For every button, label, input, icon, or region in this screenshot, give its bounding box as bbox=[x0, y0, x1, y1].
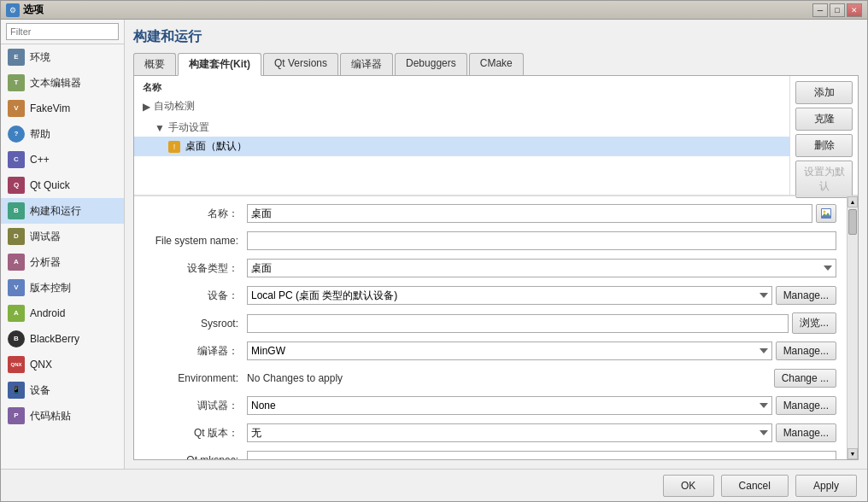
name-icon-button[interactable] bbox=[816, 204, 836, 223]
sidebar-item-cpp[interactable]: C C++ bbox=[1, 147, 124, 172]
main-window: ⚙ 选项 ─ □ ✕ E 环境 T 文本编辑器 bbox=[0, 0, 868, 502]
clone-kit-button[interactable]: 克隆 bbox=[795, 108, 853, 131]
apply-button[interactable]: Apply bbox=[795, 475, 857, 497]
sidebar-item-build[interactable]: B 构建和运行 bbox=[1, 198, 124, 224]
sidebar-item-version[interactable]: V 版本控制 bbox=[1, 275, 124, 301]
kit-column-header: 名称 bbox=[134, 79, 789, 96]
qt-mkspec-label: Qt mkspec: bbox=[144, 454, 247, 459]
kit-group-manual: ▼ 手动设置 ! 桌面（默认） bbox=[134, 117, 789, 158]
qt-version-manage-button[interactable]: Manage... bbox=[776, 423, 836, 442]
set-default-button[interactable]: 设置为默认 bbox=[795, 161, 853, 198]
qt-version-select[interactable]: 无 bbox=[247, 423, 772, 442]
device-type-select[interactable]: 桌面 bbox=[247, 259, 836, 277]
close-button[interactable]: ✕ bbox=[847, 3, 862, 17]
sidebar-item-debug[interactable]: D 调试器 bbox=[1, 224, 124, 249]
scroll-up-arrow[interactable]: ▲ bbox=[847, 196, 858, 207]
sysroot-label: Sysroot: bbox=[144, 318, 247, 330]
sidebar-item-android[interactable]: A Android bbox=[1, 301, 124, 326]
kit-panel: 名称 ▶ 自动检测 ▼ 手动设置 bbox=[133, 76, 859, 460]
sidebar-label-env: 环境 bbox=[30, 50, 50, 65]
device-label: 设备： bbox=[144, 289, 247, 303]
detail-scroll-container: 名称： bbox=[134, 196, 858, 459]
title-bar: ⚙ 选项 ─ □ ✕ bbox=[1, 1, 867, 20]
detail-scrollbar: ▲ ▼ bbox=[847, 196, 858, 459]
tab-debuggers[interactable]: Debuggers bbox=[395, 53, 467, 75]
scrollbar-handle[interactable] bbox=[848, 209, 857, 235]
sidebar-scroll: E 环境 T 文本编辑器 V FakeVim ? 帮助 C C++ bbox=[1, 44, 124, 469]
sidebar-item-qtquick[interactable]: Q Qt Quick bbox=[1, 172, 124, 198]
footer: OK Cancel Apply bbox=[1, 469, 867, 501]
sidebar-label-codepaste: 代码粘贴 bbox=[30, 409, 71, 423]
scroll-down-arrow[interactable]: ▼ bbox=[847, 448, 858, 459]
filter-input[interactable] bbox=[6, 23, 119, 40]
debugger-select[interactable]: None bbox=[247, 396, 772, 415]
minimize-button[interactable]: ─ bbox=[812, 3, 828, 17]
sidebar-label-device: 设备 bbox=[30, 383, 50, 398]
name-label: 名称： bbox=[144, 207, 247, 221]
sidebar-item-analyze[interactable]: A 分析器 bbox=[1, 249, 124, 275]
sidebar-item-codepaste[interactable]: P 代码粘贴 bbox=[1, 403, 124, 429]
sysroot-browse-button[interactable]: 浏览... bbox=[792, 312, 836, 334]
tab-kit[interactable]: 构建套件(Kit) bbox=[178, 53, 261, 76]
kit-autodetect-label: ▶ 自动检测 bbox=[134, 97, 789, 115]
build-icon: B bbox=[8, 202, 25, 219]
sidebar-label-android: Android bbox=[30, 307, 65, 319]
debugger-label: 调试器： bbox=[144, 399, 247, 413]
filesys-input[interactable] bbox=[247, 231, 836, 250]
device-type-row: 设备类型： 桌面 bbox=[144, 258, 836, 278]
cancel-button[interactable]: Cancel bbox=[721, 475, 789, 497]
sidebar-label-help: 帮助 bbox=[30, 127, 50, 142]
filesys-row: File system name: bbox=[144, 231, 836, 251]
expand-arrow-manual: ▼ bbox=[155, 122, 165, 134]
expand-arrow-auto: ▶ bbox=[143, 101, 150, 113]
sidebar-item-device[interactable]: 📱 设备 bbox=[1, 377, 124, 403]
version-icon: V bbox=[8, 279, 25, 296]
sidebar-label-vim: FakeVim bbox=[30, 102, 70, 114]
warning-icon: ! bbox=[168, 141, 180, 153]
sidebar-label-version: 版本控制 bbox=[30, 281, 71, 295]
sidebar-item-help[interactable]: ? 帮助 bbox=[1, 121, 124, 147]
sidebar-label-analyze: 分析器 bbox=[30, 255, 61, 270]
sidebar-label-text: 文本编辑器 bbox=[30, 76, 81, 90]
codepaste-icon: P bbox=[8, 407, 25, 424]
kit-list-section: 名称 ▶ 自动检测 ▼ 手动设置 bbox=[134, 76, 858, 196]
compiler-label: 编译器： bbox=[144, 344, 247, 359]
tab-cmake[interactable]: CMake bbox=[469, 53, 524, 75]
sidebar-item-blackberry[interactable]: B BlackBerry bbox=[1, 326, 124, 352]
window-controls: ─ □ ✕ bbox=[812, 3, 862, 17]
ok-button[interactable]: OK bbox=[663, 475, 714, 497]
compiler-row: 编译器： MinGW Manage... bbox=[144, 341, 836, 361]
kit-action-buttons: 添加 克隆 删除 设置为默认 bbox=[789, 76, 858, 195]
add-kit-button[interactable]: 添加 bbox=[795, 81, 853, 104]
kit-item-desktop[interactable]: ! 桌面（默认） bbox=[134, 137, 789, 156]
detail-inner: 名称： bbox=[134, 196, 847, 459]
sidebar-label-cpp: C++ bbox=[30, 154, 50, 166]
environment-value: No Changes to apply bbox=[247, 372, 771, 384]
blackberry-icon: B bbox=[8, 330, 25, 347]
sysroot-input[interactable] bbox=[247, 314, 789, 333]
name-row: 名称： bbox=[144, 203, 836, 224]
debug-icon: D bbox=[8, 228, 25, 245]
debugger-manage-button[interactable]: Manage... bbox=[776, 396, 836, 415]
sidebar-item-fakevim[interactable]: V FakeVim bbox=[1, 96, 124, 121]
environment-change-button[interactable]: Change ... bbox=[774, 369, 836, 388]
tab-summary[interactable]: 概要 bbox=[133, 53, 176, 75]
sidebar-item-env[interactable]: E 环境 bbox=[1, 44, 124, 70]
delete-kit-button[interactable]: 删除 bbox=[795, 134, 853, 157]
sidebar-item-text-editor[interactable]: T 文本编辑器 bbox=[1, 70, 124, 96]
qt-mkspec-input[interactable] bbox=[247, 451, 836, 459]
tab-compiler[interactable]: 编译器 bbox=[340, 53, 393, 75]
tab-bar: 概要 构建套件(Kit) Qt Versions 编译器 Debuggers C… bbox=[133, 53, 859, 76]
device-select[interactable]: Local PC (桌面 类型的默认设备) bbox=[247, 286, 772, 305]
device-manage-button[interactable]: Manage... bbox=[776, 286, 836, 305]
sidebar-label-blackberry: BlackBerry bbox=[30, 333, 79, 345]
name-input[interactable] bbox=[247, 204, 812, 223]
compiler-manage-button[interactable]: Manage... bbox=[776, 341, 836, 360]
scrollbar-body bbox=[847, 207, 858, 448]
maximize-button[interactable]: □ bbox=[830, 3, 845, 17]
device-row: 设备： Local PC (桌面 类型的默认设备) Manage... bbox=[144, 285, 836, 306]
compiler-select[interactable]: MinGW bbox=[247, 341, 772, 360]
sidebar-item-qnx[interactable]: QNX QNX bbox=[1, 352, 124, 377]
qt-version-label: Qt 版本： bbox=[144, 426, 247, 441]
tab-qt-versions[interactable]: Qt Versions bbox=[263, 53, 338, 75]
